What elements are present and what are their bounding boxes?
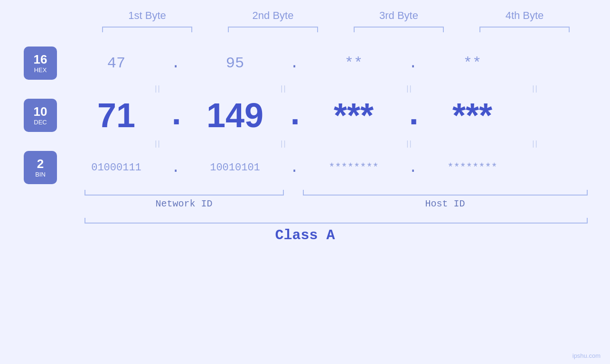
- bin-dot2: .: [285, 159, 304, 177]
- bracket-b1: [102, 27, 192, 32]
- host-bracket: [303, 190, 588, 196]
- hex-row: 16 HEX 47 . 95 . ** . **: [0, 47, 610, 80]
- hex-b3: **: [304, 55, 404, 72]
- bracket-b4: [479, 27, 570, 32]
- bottom-brackets: [84, 190, 588, 196]
- bin-badge-label: BIN: [35, 171, 46, 178]
- top-bracket-row: [84, 27, 588, 32]
- dec-values: 71 . 149 . *** . ***: [66, 96, 610, 135]
- eq2-b4: ||: [486, 138, 585, 149]
- bin-dot1: .: [166, 159, 185, 177]
- bin-b3: ********: [304, 162, 404, 174]
- dec-row: 10 DEC 71 . 149 . *** . ***: [0, 96, 610, 135]
- bracket-b3: [354, 27, 444, 32]
- eq1-b1: ||: [108, 83, 208, 93]
- eq2-b2: ||: [234, 138, 334, 149]
- byte3-header: 3rd Byte: [351, 9, 446, 22]
- hex-b2: 95: [185, 55, 285, 72]
- bracket-b2: [228, 27, 318, 32]
- equals-row-1: || || || ||: [95, 81, 598, 95]
- host-id-label: Host ID: [303, 198, 588, 209]
- dec-b1: 71: [66, 96, 166, 135]
- byte2-header: 2nd Byte: [225, 9, 320, 22]
- dec-badge-num: 10: [34, 105, 47, 119]
- network-bracket: [84, 190, 284, 196]
- main-container: 1st Byte 2nd Byte 3rd Byte 4th Byte 16 H…: [0, 0, 610, 364]
- eq1-b2: ||: [234, 83, 334, 93]
- byte1-header: 1st Byte: [100, 9, 195, 22]
- hex-badge: 16 HEX: [24, 47, 57, 80]
- bin-values: 01000111 . 10010101 . ******** . *******…: [66, 159, 610, 177]
- byte-headers: 1st Byte 2nd Byte 3rd Byte 4th Byte: [84, 9, 588, 22]
- dec-badge-label: DEC: [34, 119, 47, 126]
- watermark: ipshu.com: [572, 352, 601, 359]
- bin-dot3: .: [404, 159, 422, 177]
- bin-b2: 10010101: [185, 162, 285, 174]
- dec-dot2: .: [285, 96, 304, 135]
- bin-badge-num: 2: [37, 157, 44, 171]
- hex-badge-label: HEX: [34, 66, 47, 74]
- hex-values: 47 . 95 . ** . **: [66, 55, 610, 72]
- bin-b1: 01000111: [66, 162, 166, 174]
- bin-b4: ********: [422, 162, 522, 174]
- eq1-b4: ||: [486, 83, 585, 93]
- byte4-header: 4th Byte: [477, 9, 572, 22]
- dec-b2: 149: [185, 96, 285, 135]
- eq1-b3: ||: [360, 83, 460, 93]
- dec-dot1: .: [166, 96, 185, 135]
- eq2-b3: ||: [360, 138, 460, 149]
- dec-b4: ***: [422, 96, 522, 135]
- full-bracket: [84, 218, 588, 224]
- bin-badge: 2 BIN: [24, 151, 57, 184]
- hex-b1: 47: [66, 55, 166, 72]
- bin-row: 2 BIN 01000111 . 10010101 . ******** . *…: [0, 151, 610, 184]
- hex-dot2: .: [285, 55, 304, 72]
- dec-badge: 10 DEC: [24, 99, 57, 132]
- dec-dot3: .: [404, 96, 422, 135]
- class-label: Class A: [0, 227, 610, 243]
- hex-b4: **: [422, 55, 522, 72]
- bottom-labels: Network ID Host ID: [84, 198, 588, 209]
- hex-dot3: .: [404, 55, 422, 72]
- hex-badge-num: 16: [34, 53, 47, 66]
- hex-dot1: .: [166, 55, 185, 72]
- eq2-b1: ||: [108, 138, 208, 149]
- dec-b3: ***: [304, 96, 404, 135]
- equals-row-2: || || || ||: [95, 136, 598, 150]
- network-id-label: Network ID: [84, 198, 284, 209]
